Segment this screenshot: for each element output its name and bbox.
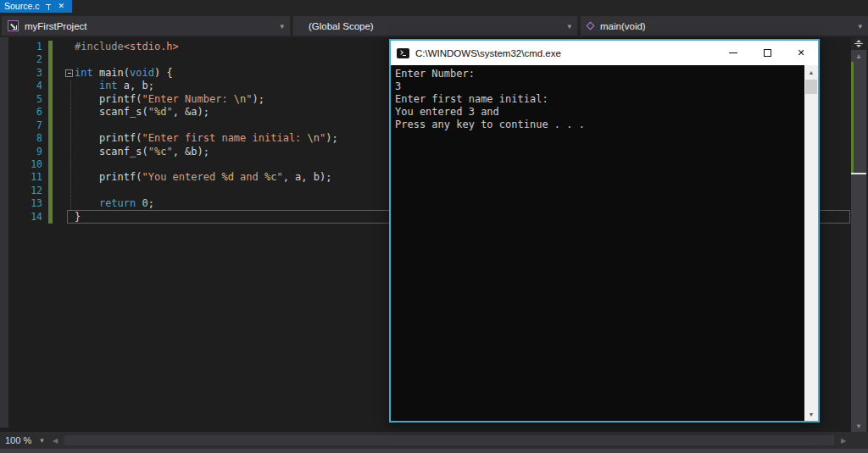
- minimize-button[interactable]: [716, 41, 750, 65]
- code-line: [75, 185, 338, 197]
- code-line: int a, b;: [75, 80, 338, 92]
- code-line: printf("Enter first name initial: \n");: [75, 132, 338, 145]
- navigation-bar: myFirstProject ▾ (Global Scope) ▾ main(v…: [0, 13, 868, 37]
- line-number: 7: [0, 119, 42, 132]
- code-line: [75, 158, 338, 171]
- code-line: printf("Enter Number: \n");: [75, 93, 338, 106]
- scrollbar-change-marker: [851, 62, 854, 174]
- scroll-right-icon[interactable]: ▶: [837, 432, 849, 449]
- console-line: 3: [395, 80, 804, 93]
- code-area[interactable]: #include<stdio.h>int main(void) { int a,…: [75, 41, 338, 224]
- tab-label: Source.c: [4, 0, 39, 13]
- code-line: return 0;: [75, 197, 338, 210]
- scroll-down-icon[interactable]: ▼: [851, 420, 866, 432]
- line-number: 6: [0, 106, 42, 119]
- console-window-buttons: ✕: [716, 41, 818, 65]
- code-line: [75, 119, 338, 132]
- scrollbar-track[interactable]: [851, 62, 866, 419]
- console-title: C:\WINDOWS\system32\cmd.exe: [415, 48, 561, 58]
- code-line: scanf_s("%d", &a);: [75, 106, 338, 119]
- chevron-down-icon: ▾: [280, 22, 284, 30]
- line-number: 5: [0, 93, 42, 106]
- scroll-down-icon[interactable]: ▼: [804, 407, 818, 421]
- zoom-level-label: 100 %: [5, 435, 31, 445]
- line-number: 4: [0, 80, 42, 92]
- tab-bar: Source.c ✕: [0, 0, 868, 13]
- minimize-icon: [729, 52, 737, 54]
- console-line: You entered 3 and: [395, 106, 804, 119]
- line-number: 10: [0, 158, 42, 171]
- close-icon[interactable]: ✕: [58, 0, 64, 13]
- code-line: int main(void) {: [75, 67, 338, 80]
- code-line: [75, 53, 338, 66]
- line-number: 3: [0, 67, 42, 80]
- line-number: 2: [0, 53, 42, 66]
- console-line: Enter first name initial:: [395, 93, 804, 106]
- console-scrollbar-thumb[interactable]: [805, 80, 817, 94]
- scroll-left-icon[interactable]: ◀: [49, 432, 61, 449]
- project-icon: [8, 20, 19, 31]
- ide-window: Source.c ✕ myFirstProject ▾ (Global Scop…: [0, 0, 868, 453]
- console-window: C:\WINDOWS\system32\cmd.exe ✕ Enter Numb…: [389, 39, 820, 423]
- editor-vertical-scrollbar[interactable]: ▲ ▼: [851, 37, 866, 432]
- line-number: 13: [0, 197, 42, 210]
- close-button[interactable]: ✕: [784, 41, 818, 65]
- chevron-down-icon: ▾: [40, 436, 44, 445]
- close-icon: ✕: [797, 48, 804, 58]
- indent-guide: [70, 80, 71, 210]
- code-fold-icon[interactable]: [65, 69, 73, 77]
- line-number-gutter: 1234567891011121314: [0, 41, 42, 224]
- change-tracking-bar: [48, 41, 53, 224]
- console-scrollbar[interactable]: ▲ ▼: [804, 65, 818, 421]
- scroll-up-icon[interactable]: ▲: [851, 50, 866, 62]
- scope-dropdown[interactable]: (Global Scope) ▾: [293, 16, 577, 36]
- window-bottom-strip: [0, 449, 868, 453]
- code-line: #include<stdio.h>: [75, 41, 338, 53]
- console-line: Enter Number:: [395, 68, 804, 80]
- project-dropdown-label: myFirstProject: [25, 21, 86, 31]
- line-number: 8: [0, 132, 42, 145]
- tab-source-c[interactable]: Source.c ✕: [0, 0, 72, 13]
- line-number: 9: [0, 146, 42, 158]
- function-dropdown-label: main(void): [600, 21, 646, 31]
- line-number: 1: [0, 41, 42, 53]
- method-icon: [587, 22, 595, 30]
- maximize-icon: [764, 49, 771, 57]
- splitter-handle-icon[interactable]: [851, 37, 866, 50]
- horizontal-scrollbar-thumb[interactable]: [64, 435, 834, 445]
- pin-icon[interactable]: [45, 3, 52, 11]
- scrollbar-caret-marker: [851, 173, 866, 174]
- console-output[interactable]: Enter Number:3Enter first name initial:Y…: [391, 65, 804, 421]
- zoom-selector[interactable]: 100 % ▾: [5, 432, 44, 449]
- chevron-down-icon: ▾: [858, 22, 862, 30]
- function-dropdown[interactable]: main(void) ▾: [581, 16, 868, 36]
- cmd-icon: [397, 48, 409, 58]
- editor-bottom-bar: 100 % ▾ ◀ ▶: [0, 432, 868, 449]
- scroll-up-icon[interactable]: ▲: [804, 65, 818, 79]
- maximize-button[interactable]: [750, 41, 784, 65]
- line-number: 12: [0, 185, 42, 197]
- code-line: scanf_s("%c", &b);: [75, 146, 338, 158]
- scope-dropdown-label: (Global Scope): [309, 21, 374, 31]
- line-number: 14: [0, 211, 42, 224]
- line-number: 11: [0, 171, 42, 184]
- code-line: printf("You entered %d and %c", a, b);: [75, 171, 338, 184]
- chevron-down-icon: ▾: [567, 22, 571, 30]
- console-title-bar[interactable]: C:\WINDOWS\system32\cmd.exe ✕: [391, 41, 818, 65]
- code-line: }: [75, 211, 338, 224]
- console-line: Press any key to continue . . .: [395, 119, 804, 131]
- project-dropdown[interactable]: myFirstProject ▾: [2, 16, 290, 36]
